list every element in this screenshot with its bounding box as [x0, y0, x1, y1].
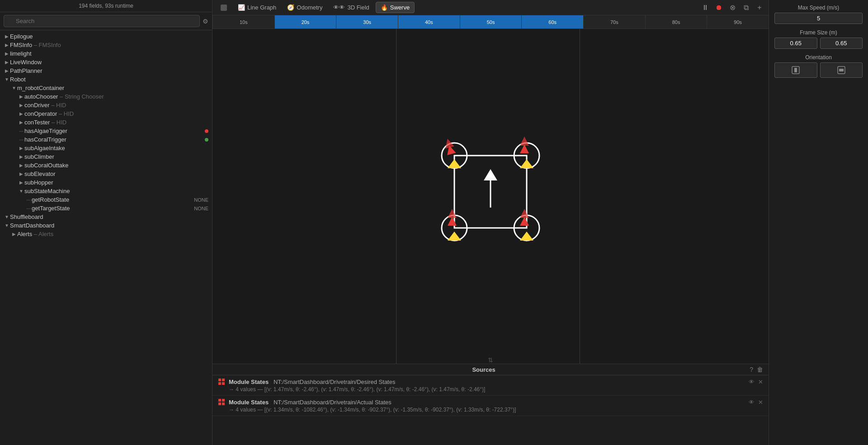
tree-item-subclimber[interactable]: ▶subClimber [0, 152, 212, 161]
close-icon[interactable]: ⊗ [727, 3, 738, 12]
tab-odometry[interactable]: 🧭 Odometry [283, 2, 327, 13]
tree-label-pathplanner: PathPlanner [10, 67, 42, 74]
tree-item-gettargetstate[interactable]: —getTargetStateNONE [0, 204, 212, 213]
tree-item-shuffleboard[interactable]: ▼Shuffleboard [0, 213, 212, 221]
bottom-panel: Sources ? 🗑 Module States [212, 364, 769, 445]
help-icon[interactable]: ? [750, 366, 753, 373]
source-2-label: Module States NT:/SmartDashboard/Drivetr… [229, 399, 745, 406]
timeline-tick-70s[interactable]: 70s [583, 15, 645, 28]
orientation-label: Orientation [774, 54, 863, 61]
tree-label-contester: conTester – HID [24, 119, 66, 126]
max-speed-label: Max Speed (m/s) [774, 5, 863, 11]
timeline-tick-40s[interactable]: 40s [398, 15, 460, 28]
timeline-tick-80s[interactable]: 80s [645, 15, 707, 28]
timeline-tick-50s[interactable]: 50s [460, 15, 522, 28]
orientation-btn-1[interactable] [774, 62, 817, 78]
tree-item-limelight[interactable]: ▶limelight [0, 49, 212, 58]
source-row-1-header: Module States NT:/SmartDashboard/Drivetr… [218, 378, 763, 385]
swerve-icon: 🔥 [381, 4, 388, 11]
timeline-tick-10s[interactable]: 10s [212, 15, 274, 28]
source-row-2: Module States NT:/SmartDashboard/Drivetr… [212, 396, 769, 416]
tree-item-subalgaeintake[interactable]: ▶subAlgaeIntake [0, 144, 212, 152]
tree-item-subhopper[interactable]: ▶subHopper [0, 178, 212, 187]
add-icon[interactable]: + [754, 4, 765, 12]
source-2-values: → 4 values — [(v: 1.34m/s, θ: -1082.46°)… [218, 407, 763, 413]
svg-rect-25 [218, 402, 221, 405]
line-graph-icon: 📈 [238, 4, 245, 11]
tree-item-m_robotcontainer[interactable]: ▼m_robotContainer [0, 84, 212, 92]
pause-icon[interactable]: ⏸ [700, 4, 711, 12]
search-input[interactable] [4, 15, 200, 27]
tree-container: ▶Epilogue▶FMSInfo – FMSInfo▶limelight▶Li… [0, 30, 212, 445]
sidebar: 194 fields, 93s runtime 🔍 ⚙ ▶Epilogue▶FM… [0, 0, 212, 445]
right-panel: 📈 Line Graph 🧭 Odometry 👁👁 3D Field 🔥 Sw… [212, 0, 769, 445]
svg-rect-23 [218, 399, 221, 402]
orientation-icon-1 [791, 66, 800, 75]
tree-item-epilogue[interactable]: ▶Epilogue [0, 32, 212, 41]
tab-line-graph[interactable]: 📈 Line Graph [233, 2, 281, 13]
tree-arrow-gettargetstate: — [25, 206, 32, 211]
tree-item-robot[interactable]: ▼Robot [0, 75, 212, 84]
source-2-visibility-icon[interactable]: 👁 [749, 399, 755, 406]
svg-marker-13 [448, 209, 457, 218]
svg-marker-14 [448, 232, 461, 241]
tree-item-pathplanner[interactable]: ▶PathPlanner [0, 66, 212, 75]
tab-3d-field-label: 3D Field [347, 4, 369, 11]
tree-arrow-getrobotstate: — [25, 197, 32, 202]
bottom-panel-header: Sources ? 🗑 [212, 364, 769, 375]
tree-item-contester[interactable]: ▶conTester – HID [0, 118, 212, 127]
tree-item-subelevator[interactable]: ▶subElevator [0, 170, 212, 178]
tree-item-autochooser[interactable]: ▶autoChooser – String Chooser [0, 92, 212, 101]
tree-item-getrobotstate[interactable]: —getRobotStateNONE [0, 195, 212, 204]
tree-item-subcoralOuttake[interactable]: ▶subCoralOuttake [0, 161, 212, 170]
source-1-icon [218, 378, 225, 385]
record-icon[interactable]: ⏺ [713, 4, 724, 12]
tree-item-alerts[interactable]: ▶Alerts – Alerts [0, 230, 212, 238]
tree-label-getrobotstate: getRobotState [32, 196, 69, 203]
tree-arrow-livewindow: ▶ [4, 60, 10, 65]
tree-label-condriver: conDriver – HID [24, 102, 66, 109]
filter-icon[interactable]: ⚙ [203, 18, 208, 25]
svg-marker-10 [520, 159, 533, 168]
tree-label-subclimber: subClimber [24, 153, 54, 160]
source-row-2-header: Module States NT:/SmartDashboard/Drivetr… [218, 398, 763, 406]
tree-item-fmsinfo[interactable]: ▶FMSInfo – FMSInfo [0, 41, 212, 49]
tree-item-livewindow[interactable]: ▶LiveWindow [0, 58, 212, 66]
tree-item-substatemachine[interactable]: ▼subStateMachine [0, 187, 212, 195]
max-speed-input[interactable] [774, 13, 863, 24]
source-2-icon [218, 398, 225, 406]
timeline[interactable]: 10s20s30s40s50s60s70s80s90s [212, 15, 769, 29]
timeline-tick-60s[interactable]: 60s [521, 15, 583, 28]
tree-item-hasalgaetrigger[interactable]: —hasAlgaeTrigger [0, 127, 212, 135]
timeline-tick-20s[interactable]: 20s [274, 15, 336, 28]
svg-marker-9 [520, 137, 529, 146]
orientation-btn-2[interactable] [820, 62, 863, 78]
frame-width-input[interactable] [774, 38, 817, 49]
tree-label-gettargetstate: getTargetState [32, 205, 70, 212]
tree-item-condriver[interactable]: ▶conDriver – HID [0, 101, 212, 109]
frame-height-input[interactable] [820, 38, 863, 49]
source-1-close-icon[interactable]: ✕ [758, 379, 763, 385]
tree-item-hasCoraltrigger[interactable]: —hasCoralTrigger [0, 135, 212, 144]
source-1-visibility-icon[interactable]: 👁 [749, 379, 755, 385]
viz-area: ⇅ [212, 29, 769, 364]
tree-arrow-substatemachine: ▼ [18, 189, 24, 194]
odometry-icon: 🧭 [287, 4, 294, 11]
copy-icon[interactable]: ⧉ [741, 4, 751, 12]
svg-rect-26 [222, 402, 225, 405]
tree-item-smartdashboard[interactable]: ▼SmartDashboard [0, 221, 212, 230]
timeline-tick-90s[interactable]: 90s [707, 15, 769, 28]
timeline-tick-30s[interactable]: 30s [336, 15, 398, 28]
tree-label-conoperator: conOperator – HID [24, 110, 74, 117]
tab-swerve[interactable]: 🔥 Swerve [376, 2, 415, 13]
search-row: 🔍 ⚙ [0, 12, 212, 30]
delete-icon[interactable]: 🗑 [757, 366, 763, 373]
tree-item-conoperator[interactable]: ▶conOperator – HID [0, 109, 212, 118]
tab-3d-field[interactable]: 👁👁 3D Field [329, 2, 373, 13]
source-1-values: → 4 values — [(v: 1.47m/s, θ: -2.46°), (… [218, 386, 763, 393]
sidebar-header: 194 fields, 93s runtime [0, 0, 212, 12]
resize-handle[interactable]: ⇅ [488, 356, 493, 364]
tree-arrow-shuffleboard: ▼ [4, 214, 10, 219]
tab-screenshot[interactable] [216, 3, 231, 13]
source-2-close-icon[interactable]: ✕ [758, 399, 763, 406]
